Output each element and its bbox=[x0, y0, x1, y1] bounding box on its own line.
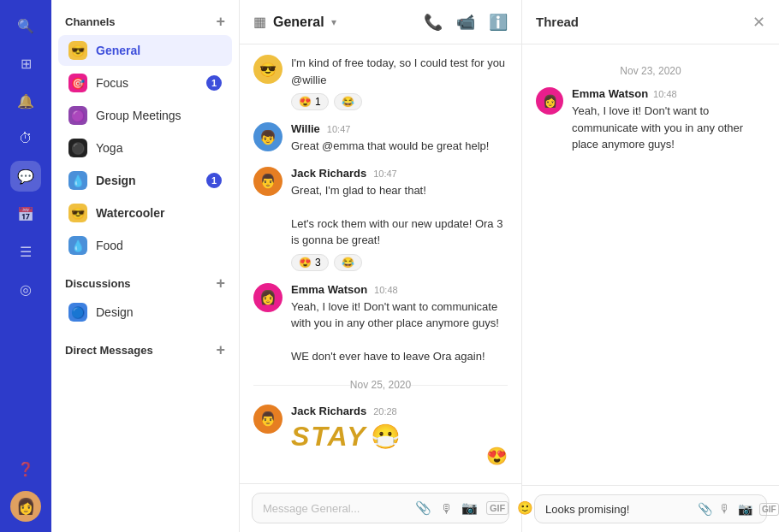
add-channel-button[interactable]: + bbox=[216, 14, 225, 29]
sidebar-item-disc-design[interactable]: 🔵 Design bbox=[58, 297, 232, 328]
message-meta: Emma Watson 10:48 bbox=[291, 283, 508, 296]
date-divider: Nov 25, 2020 bbox=[253, 379, 508, 391]
chat-header-actions: 📞 📹 ℹ️ bbox=[424, 13, 508, 32]
info-icon[interactable]: ℹ️ bbox=[489, 13, 508, 32]
thread-input-toolbar: 📎 🎙 📷 GIF 🙂 bbox=[698, 502, 779, 516]
group-meetings-label: Group Meetings bbox=[96, 109, 222, 122]
emoji-reaction-float: 😍 bbox=[486, 446, 508, 466]
thread-date: Nov 23, 2020 bbox=[536, 65, 765, 77]
message-author: Jack Richards bbox=[291, 167, 366, 180]
direct-messages-section-header: Direct Messages + bbox=[51, 328, 239, 363]
message-author: Willie bbox=[291, 122, 320, 135]
grid-nav-icon[interactable]: ⊞ bbox=[10, 48, 41, 79]
video-icon[interactable]: 📹 bbox=[456, 13, 475, 32]
thread-avatar: 👩 bbox=[536, 87, 563, 115]
message-meta: Willie 10:47 bbox=[291, 122, 508, 135]
reaction-btn[interactable]: 😍1 bbox=[291, 93, 329, 110]
close-thread-button[interactable]: ✕ bbox=[752, 13, 765, 32]
thread-message-input[interactable] bbox=[545, 503, 689, 516]
thread-input-area: 📎 🎙 📷 GIF 🙂 bbox=[522, 485, 779, 532]
attachment-icon[interactable]: 📎 bbox=[415, 500, 431, 516]
user-avatar-nav[interactable]: 👩 bbox=[10, 491, 41, 522]
avatar: 👨 bbox=[253, 167, 282, 196]
watercooler-label: Watercooler bbox=[96, 206, 222, 220]
gif-icon[interactable]: GIF bbox=[486, 501, 508, 515]
thread-input-box: 📎 🎙 📷 GIF 🙂 bbox=[534, 494, 767, 523]
direct-messages-label: Direct Messages bbox=[65, 344, 153, 357]
calendar-nav-icon[interactable]: 📅 bbox=[10, 198, 41, 229]
avatar: 👦 bbox=[253, 122, 282, 151]
add-dm-button[interactable]: + bbox=[216, 342, 225, 358]
channel-title: General bbox=[273, 15, 324, 30]
list-nav-icon[interactable]: ☰ bbox=[10, 236, 41, 267]
analytics-nav-icon[interactable]: ◎ bbox=[10, 274, 41, 304]
main-chat: ▦ General ▾ 📞 📹 ℹ️ 😎 I'm kind of free to… bbox=[240, 0, 522, 532]
sidebar-item-yoga[interactable]: ⚫ Yoga bbox=[58, 133, 232, 163]
sidebar: Channels + 😎 General 🎯 Focus 1 🟣 Group M… bbox=[51, 0, 240, 532]
message-row: 👩 Emma Watson 10:48 Yeah, I love it! Don… bbox=[253, 283, 508, 365]
sidebar-item-food[interactable]: 💧 Food bbox=[58, 230, 232, 261]
thread-message-row: 👩 Emma Watson 10:48 Yeah, I love it! Don… bbox=[536, 87, 765, 153]
reaction-btn[interactable]: 😂 bbox=[334, 254, 362, 271]
sidebar-item-watercooler[interactable]: 😎 Watercooler bbox=[58, 198, 232, 228]
sidebar-item-focus[interactable]: 🎯 Focus 1 bbox=[58, 68, 232, 98]
discussions-section-header: Discussions + bbox=[51, 262, 239, 296]
microphone-icon[interactable]: 🎙 bbox=[440, 501, 453, 516]
design-badge: 1 bbox=[206, 173, 222, 188]
avatar: 👩 bbox=[253, 283, 282, 312]
sidebar-item-design[interactable]: 💧 Design 1 bbox=[58, 165, 232, 196]
thread-header: Thread ✕ bbox=[522, 0, 779, 44]
chat-input-area: 📎 🎙 📷 GIF 🙂 bbox=[240, 483, 521, 532]
general-channel-label: General bbox=[96, 44, 222, 57]
thread-panel: Thread ✕ Nov 23, 2020 👩 Emma Watson 10:4… bbox=[522, 0, 779, 532]
design-channel-icon: 💧 bbox=[68, 171, 87, 190]
thread-msg-content: Emma Watson 10:48 Yeah, I love it! Don't… bbox=[572, 87, 765, 153]
add-discussion-button[interactable]: + bbox=[216, 275, 225, 291]
message-row: 😎 I'm kind of free today, so I could tes… bbox=[253, 55, 508, 110]
sidebar-item-general[interactable]: 😎 General bbox=[58, 35, 232, 66]
message-meta: Jack Richards 10:47 bbox=[291, 167, 508, 180]
message-reactions: 😍3 😂 bbox=[291, 254, 508, 271]
chat-message-input[interactable] bbox=[263, 502, 407, 515]
thread-msg-author: Emma Watson bbox=[572, 87, 648, 100]
sticker-text: STAY bbox=[291, 421, 367, 452]
phone-icon[interactable]: 📞 bbox=[424, 13, 443, 32]
message-reactions: 😍1 😂 bbox=[291, 93, 508, 110]
timer-nav-icon[interactable]: ⏱ bbox=[10, 123, 41, 154]
message-row: 👨 Jack Richards 20:28 STAY 😷 😍 bbox=[253, 405, 508, 466]
group-meetings-icon: 🟣 bbox=[68, 106, 87, 125]
reaction-btn[interactable]: 😍3 bbox=[291, 254, 329, 271]
search-nav-icon[interactable]: 🔍 bbox=[10, 10, 41, 41]
disc-design-label: Design bbox=[96, 305, 222, 319]
channel-hash-icon: ▦ bbox=[253, 14, 266, 30]
food-label: Food bbox=[96, 239, 222, 252]
chat-nav-icon[interactable]: 💬 bbox=[10, 161, 41, 192]
watercooler-icon: 😎 bbox=[68, 204, 87, 222]
sticker-container: STAY 😷 bbox=[291, 421, 508, 452]
thread-mic-icon[interactable]: 🎙 bbox=[719, 502, 731, 516]
sidebar-item-group-meetings[interactable]: 🟣 Group Meetings bbox=[58, 100, 232, 131]
left-navigation: 🔍 ⊞ 🔔 ⏱ 💬 📅 ☰ ◎ ❓ 👩 bbox=[0, 0, 51, 532]
disc-design-icon: 🔵 bbox=[68, 303, 87, 322]
message-meta: Jack Richards 20:28 bbox=[291, 405, 508, 417]
thread-video-icon[interactable]: 📷 bbox=[738, 502, 752, 516]
chat-header: ▦ General ▾ 📞 📹 ℹ️ bbox=[240, 0, 521, 44]
message-text: Yeah, I love it! Don't want to communica… bbox=[291, 299, 508, 365]
food-icon: 💧 bbox=[68, 236, 87, 255]
message-row: 👦 Willie 10:47 Great @emma that would be… bbox=[253, 122, 508, 155]
channels-section-header: Channels + bbox=[51, 0, 239, 34]
thread-gif-icon[interactable]: GIF bbox=[759, 503, 779, 516]
avatar: 👨 bbox=[253, 405, 282, 434]
bell-nav-icon[interactable]: 🔔 bbox=[10, 86, 41, 116]
help-nav-icon[interactable]: ❓ bbox=[10, 453, 41, 484]
message-content: Jack Richards 20:28 STAY 😷 😍 bbox=[291, 405, 508, 466]
video-msg-icon[interactable]: 📷 bbox=[461, 500, 478, 516]
thread-attachment-icon[interactable]: 📎 bbox=[698, 502, 712, 516]
message-text: Great @emma that would be great help! bbox=[291, 138, 508, 155]
message-time: 10:47 bbox=[373, 168, 397, 179]
message-content: I'm kind of free today, so I could test … bbox=[291, 55, 508, 110]
reaction-btn[interactable]: 😂 bbox=[334, 93, 362, 110]
channel-chevron-icon[interactable]: ▾ bbox=[331, 16, 336, 28]
focus-channel-icon: 🎯 bbox=[68, 74, 87, 92]
avatar: 😎 bbox=[253, 55, 282, 84]
